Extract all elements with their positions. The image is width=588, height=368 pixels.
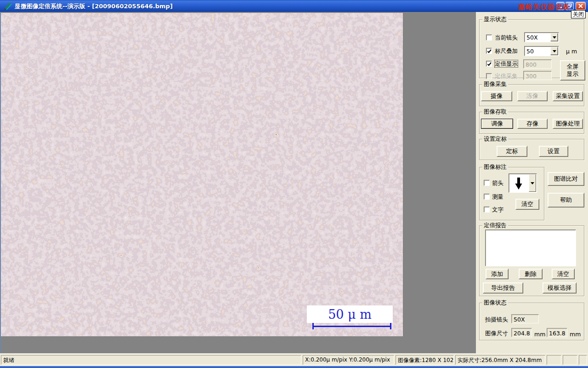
app-icon [3,1,12,11]
checkbox-label-measure: 测量 [492,193,503,200]
status-empty-panel [547,355,561,365]
calibration-settings-button[interactable]: 设置 [539,146,568,157]
groupbox-title: 图像采集 [482,81,508,87]
groupbox-report: 定倍报告 添加 删除 清空 导出报告 模板选择 [479,225,584,296]
width-unit-label: mm [534,331,545,338]
help-button[interactable]: 帮助 [548,193,584,207]
image-stage: 50 μ m [1,12,476,353]
status-ready: 就绪 [1,355,301,365]
status-empty-panel [579,355,587,365]
checkbox-label-ruler-overlay: 标尺叠加 [495,47,518,54]
chevron-down-icon[interactable] [529,174,536,192]
status-actual-size: 实际尺寸:256.0mm X 204.8mm [455,355,545,365]
fullscreen-button[interactable]: 全屏 显示 [560,60,585,80]
capture-settings-button[interactable]: 采集设置 [553,91,583,101]
groupbox-title: 图像标注 [482,164,508,170]
checkbox-label-arrow: 箭头 [492,179,503,186]
status-bar: 就绪 X:0.200μ m/pix Y:0.200μ m/pix 图像像素:12… [0,353,588,366]
status-pixel-scale: X:0.200μ m/pix Y:0.200μ m/pix [303,355,394,365]
image-width-field: 204.8 [511,328,532,337]
groupbox-calibration: 设置定标 定标 设置 [479,139,584,160]
fixed-display-input: 800 [523,59,552,69]
lens-combobox[interactable]: 50X [524,32,559,42]
ruler-unit-label: μ m [566,48,577,55]
title-bar: 显微图像定倍系统--演示版 - [20090602055646.bmp] 嘉峪关… [0,0,588,12]
groupbox-display-status: 显示状态 当前镜头 50X 标尺叠加 50 μ m 定倍显示 800 定倍采集 … [479,19,584,78]
ruler-value-combobox[interactable]: 50 [524,46,559,56]
groupbox-title: 设置定标 [482,136,508,142]
groupbox-image-status: 图像状态 拍摄镜头 50X 图像尺寸 204.8 mm 163.8 mm [479,303,584,340]
shoot-lens-label: 拍摄镜头 [485,316,508,323]
scalebar-overlay: 50 μ m [307,305,393,323]
shoot-lens-field: 50X [511,314,539,323]
window-border-bottom [0,366,588,368]
calibrate-button[interactable]: 定标 [497,146,527,157]
export-report-button[interactable]: 导出报告 [483,282,523,293]
window-title: 显微图像定倍系统--演示版 - [20090602055646.bmp] [15,2,173,11]
checkbox-arrow[interactable] [484,180,490,186]
checkbox-current-lens[interactable] [486,34,492,40]
scalebar-tick-left [312,323,314,329]
report-add-button[interactable]: 添加 [486,269,509,279]
down-arrow-icon [514,177,523,190]
atlas-compare-button[interactable]: 图谱比对 [548,172,584,186]
report-delete-button[interactable]: 删除 [519,269,543,279]
annotation-clear-button[interactable]: 清空 [515,199,539,210]
minimize-button[interactable] [556,2,565,10]
groupbox-storage: 图像存取 调像 存像 图像处理 [479,112,584,134]
groupbox-annotation: 图像标注 箭头 测量 清空 文字 [479,167,544,220]
close-button[interactable] [576,2,586,10]
close-tooltip: 关闭 [571,10,586,18]
load-image-button[interactable]: 调像 [481,119,513,129]
arrow-style-combobox[interactable] [509,173,537,193]
scalebar-label: 50 μ m [328,307,372,322]
checkbox-label-fixed-capture: 定倍采集 [495,73,518,80]
checkbox-fixed-display[interactable] [486,61,492,67]
groupbox-capture: 图像采集 摄像 冻像 采集设置 [479,84,584,106]
status-empty-panel [563,355,577,365]
image-height-field: 163.8 [547,328,567,337]
status-image-pixels: 图像像素:1280 X 1024 [396,355,454,365]
fixed-capture-input: 300 [523,71,552,80]
groupbox-title: 图像状态 [482,299,508,306]
restore-button[interactable] [565,2,574,10]
scalebar-tick-right [390,323,391,329]
save-image-button[interactable]: 存像 [517,119,548,129]
control-panel: 显示状态 当前镜头 50X 标尺叠加 50 μ m 定倍显示 800 定倍采集 … [476,12,588,353]
checkbox-label-current-lens: 当前镜头 [495,34,518,41]
groupbox-title: 显示状态 [482,16,508,23]
image-size-label: 图像尺寸 [485,330,508,337]
checkbox-text[interactable] [484,207,490,213]
report-clear-button[interactable]: 清空 [552,269,575,279]
report-listbox[interactable] [485,230,576,266]
image-process-button[interactable]: 图像处理 [553,119,583,129]
checkbox-ruler-overlay[interactable] [486,48,492,54]
height-unit-label: mm [570,331,581,338]
groupbox-title: 图像存取 [482,109,508,115]
chevron-down-icon[interactable] [550,47,558,55]
checkbox-label-text: 文字 [492,206,503,213]
freeze-button: 冻像 [517,91,548,101]
checkbox-label-fixed-display: 定倍显示 [495,60,518,67]
groupbox-title: 定倍报告 [482,222,508,229]
micrograph-image[interactable]: 50 μ m [1,13,403,336]
scalebar-line [312,326,391,327]
checkbox-fixed-capture [486,73,492,79]
checkbox-measure[interactable] [484,194,490,200]
template-select-button[interactable]: 模板选择 [543,282,577,293]
shoot-button[interactable]: 摄像 [481,91,512,101]
chevron-down-icon[interactable] [550,33,558,41]
